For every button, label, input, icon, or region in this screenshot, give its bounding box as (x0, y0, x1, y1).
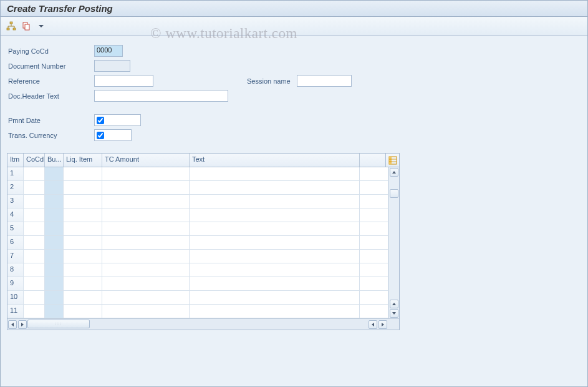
cell-txt[interactable] (190, 181, 360, 194)
cell-txt[interactable] (190, 167, 360, 180)
doc-header-text-field[interactable] (94, 90, 228, 102)
scroll-up-button[interactable] (390, 168, 398, 177)
cell-txt[interactable] (190, 236, 360, 249)
grid-vscroll[interactable] (388, 167, 399, 318)
more-dropdown[interactable] (34, 19, 48, 33)
table-row[interactable]: 1 (7, 167, 399, 181)
cell-cocd[interactable] (24, 263, 45, 277)
cell-itm[interactable]: 7 (7, 250, 24, 263)
cell-liq[interactable] (64, 277, 102, 290)
col-header-itm[interactable]: Itm (7, 154, 24, 167)
cell-bu[interactable] (45, 305, 64, 318)
cell-cocd[interactable] (24, 195, 45, 208)
scroll-right-button[interactable] (378, 320, 387, 329)
table-row[interactable]: 4 (7, 208, 399, 222)
table-row[interactable]: 10 (7, 291, 399, 305)
table-row[interactable]: 3 (7, 195, 399, 208)
cell-liq[interactable] (64, 222, 102, 235)
cell-cocd[interactable] (24, 236, 45, 249)
cell-itm[interactable]: 8 (7, 263, 24, 277)
cell-tca[interactable] (102, 263, 190, 277)
cell-itm[interactable]: 5 (7, 222, 24, 235)
cell-tca[interactable] (102, 305, 190, 318)
cell-bu[interactable] (45, 277, 64, 290)
cell-liq[interactable] (64, 195, 102, 208)
table-row[interactable]: 2 (7, 181, 399, 195)
cell-txt[interactable] (190, 305, 360, 318)
cell-txt[interactable] (190, 277, 360, 290)
cell-txt[interactable] (190, 208, 360, 222)
grid-config-button[interactable] (385, 154, 399, 167)
col-header-bu[interactable]: Bu... (45, 154, 64, 167)
cell-bu[interactable] (45, 236, 64, 249)
cell-bu[interactable] (45, 291, 64, 304)
cell-cocd[interactable] (24, 167, 45, 180)
vscroll-track[interactable] (390, 177, 398, 300)
cell-bu[interactable] (45, 208, 64, 222)
hierarchy-button[interactable] (4, 19, 18, 33)
cell-tca[interactable] (102, 236, 190, 249)
table-row[interactable]: 11 (7, 305, 399, 318)
col-header-cocd[interactable]: CoCd (24, 154, 45, 167)
table-row[interactable]: 6 (7, 236, 399, 250)
cell-liq[interactable] (64, 263, 102, 277)
session-name-field[interactable] (297, 75, 352, 87)
reference-field[interactable] (94, 75, 153, 87)
cell-itm[interactable]: 3 (7, 195, 24, 208)
vscroll-thumb[interactable] (390, 189, 398, 198)
table-row[interactable]: 7 (7, 250, 399, 263)
cell-itm[interactable]: 4 (7, 208, 24, 222)
cell-liq[interactable] (64, 181, 102, 194)
table-row[interactable]: 9 (7, 277, 399, 291)
trans-currency-field[interactable] (94, 129, 132, 141)
cell-liq[interactable] (64, 167, 102, 180)
cell-cocd[interactable] (24, 305, 45, 318)
trans-currency-required-checkbox[interactable] (97, 132, 104, 139)
cell-bu[interactable] (45, 250, 64, 263)
cell-bu[interactable] (45, 195, 64, 208)
cell-tca[interactable] (102, 208, 190, 222)
cell-itm[interactable]: 2 (7, 181, 24, 194)
cell-txt[interactable] (190, 222, 360, 235)
col-header-liq[interactable]: Liq. Item (64, 154, 102, 167)
cell-liq[interactable] (64, 305, 102, 318)
cell-cocd[interactable] (24, 250, 45, 263)
cell-bu[interactable] (45, 181, 64, 194)
copy-button[interactable] (19, 19, 33, 33)
pmnt-date-field[interactable] (94, 114, 141, 126)
cell-liq[interactable] (64, 236, 102, 249)
cell-cocd[interactable] (24, 291, 45, 304)
cell-tca[interactable] (102, 167, 190, 180)
cell-tca[interactable] (102, 250, 190, 263)
cell-liq[interactable] (64, 250, 102, 263)
cell-tca[interactable] (102, 277, 190, 290)
cell-itm[interactable]: 9 (7, 277, 24, 290)
cell-cocd[interactable] (24, 277, 45, 290)
cell-cocd[interactable] (24, 208, 45, 222)
hscroll-thumb[interactable]: ::: (27, 320, 90, 328)
cell-bu[interactable] (45, 167, 64, 180)
cell-liq[interactable] (64, 208, 102, 222)
cell-txt[interactable] (190, 250, 360, 263)
cell-txt[interactable] (190, 195, 360, 208)
scroll-down-button[interactable] (390, 309, 398, 318)
col-header-txt[interactable]: Text (190, 154, 360, 167)
cell-bu[interactable] (45, 263, 64, 277)
cell-tca[interactable] (102, 291, 190, 304)
cell-tca[interactable] (102, 222, 190, 235)
cell-itm[interactable]: 11 (7, 305, 24, 318)
cell-tca[interactable] (102, 195, 190, 208)
scroll-up2-button[interactable] (390, 300, 398, 308)
pmnt-date-required-checkbox[interactable] (97, 117, 104, 124)
scroll-left2-button[interactable] (369, 320, 377, 329)
cell-itm[interactable]: 1 (7, 167, 24, 180)
cell-bu[interactable] (45, 222, 64, 235)
table-row[interactable]: 8 (7, 263, 399, 277)
cell-cocd[interactable] (24, 222, 45, 235)
cell-txt[interactable] (190, 291, 360, 304)
table-row[interactable]: 5 (7, 222, 399, 236)
cell-tca[interactable] (102, 181, 190, 194)
cell-txt[interactable] (190, 263, 360, 277)
cell-itm[interactable]: 10 (7, 291, 24, 304)
scroll-left-button[interactable] (8, 320, 17, 329)
